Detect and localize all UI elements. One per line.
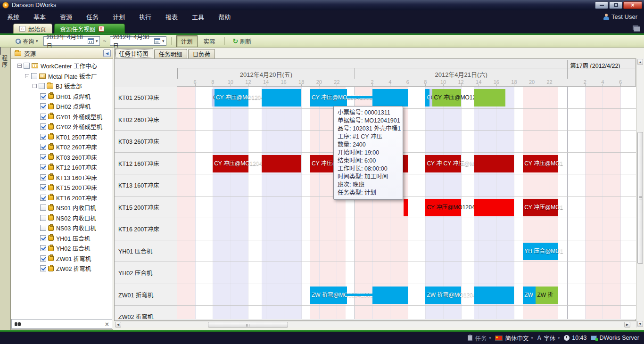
tree-node[interactable]: GY02 外桶成型机 xyxy=(11,122,113,132)
user-box[interactable]: Test User xyxy=(603,13,644,20)
task-bar[interactable] xyxy=(474,89,505,106)
tree-node[interactable]: KT02 260T冲床 xyxy=(11,142,113,152)
horizontal-scrollbar[interactable]: ◀ ▶ xyxy=(115,321,637,328)
tree-checkbox[interactable] xyxy=(40,144,46,150)
tree-checkbox[interactable] xyxy=(40,174,46,180)
tree-node[interactable]: NS03 内收口机 xyxy=(11,223,113,233)
task-bar[interactable] xyxy=(347,294,372,296)
scroll-up-icon[interactable]: ▲ xyxy=(637,59,643,65)
status-item-font[interactable]: A字体▾ xyxy=(537,334,560,343)
menu-item-资源[interactable]: 资源 xyxy=(53,12,79,21)
query-button[interactable]: 查询 ▾ xyxy=(12,36,41,47)
tree-checkbox[interactable] xyxy=(40,154,46,160)
tree-node[interactable]: DH01 点焊机 xyxy=(11,91,113,102)
calendar-icon[interactable] xyxy=(154,38,160,44)
tree-checkbox[interactable] xyxy=(40,103,46,109)
dropdown-icon[interactable]: ▾ xyxy=(558,336,560,340)
task-bar[interactable]: CY 冲压@MO1 xyxy=(523,155,558,172)
tree-node[interactable]: YH02 压合机 xyxy=(11,243,113,254)
tree-node[interactable]: KT16 200T冲床 xyxy=(11,193,113,203)
task-bar[interactable]: CY 冲压@MO12041903 xyxy=(425,199,461,216)
task-bar[interactable]: ZW 折 xyxy=(536,287,558,304)
tree-node[interactable]: NS01 内收口机 xyxy=(11,203,113,213)
tree-node[interactable]: YH01 压合机 xyxy=(11,233,113,244)
tree-checkbox[interactable] xyxy=(40,93,46,99)
tree-checkbox[interactable] xyxy=(40,184,46,190)
query-dropdown-icon[interactable]: ▾ xyxy=(36,39,38,43)
task-bar[interactable]: ZW 折弯@MO12041901 xyxy=(310,287,347,304)
date-to-field[interactable]: 2012年 4月30日 ▾ xyxy=(110,36,166,46)
tree-node[interactable]: WorkCenter 工作中心 xyxy=(11,61,113,71)
menu-item-系统[interactable]: 系统 xyxy=(0,12,26,21)
vertical-scroll-thumb[interactable] xyxy=(637,132,643,264)
date-to-dropdown-icon[interactable]: ▾ xyxy=(162,39,165,43)
task-bar[interactable]: ZW xyxy=(523,287,536,304)
task-bar[interactable]: CY 冲压@MO12041904 xyxy=(213,155,248,172)
tree-checkbox[interactable] xyxy=(40,235,46,241)
tree-node[interactable]: NS02 内收口机 xyxy=(11,213,113,223)
menu-item-计划[interactable]: 计划 xyxy=(106,12,132,21)
menu-item-报表[interactable]: 报表 xyxy=(158,12,185,21)
tree-node[interactable]: KT15 200T冲床 xyxy=(11,182,113,193)
tree-checkbox[interactable] xyxy=(40,205,46,211)
tree-expand-toggle[interactable] xyxy=(17,64,22,68)
task-bar[interactable] xyxy=(262,155,302,172)
dropdown-icon[interactable]: ▾ xyxy=(489,336,491,340)
actual-toggle-button[interactable]: 实际 xyxy=(199,36,220,47)
tree-expand-toggle[interactable] xyxy=(25,74,29,78)
task-bar[interactable]: CY 冲压@MO12041901 xyxy=(215,89,248,106)
view-tab-任务明细[interactable]: 任务明细 xyxy=(154,49,187,58)
tree-node[interactable]: Metal Plate 钣金厂 xyxy=(11,71,113,82)
menu-item-帮助[interactable]: 帮助 xyxy=(211,12,238,21)
status-item-clipboard[interactable]: 任务▾ xyxy=(468,334,491,343)
task-bar[interactable]: YH 压合@MO1 xyxy=(523,243,558,260)
task-bar[interactable] xyxy=(347,96,372,98)
tree-checkbox[interactable] xyxy=(40,195,46,201)
task-bar[interactable]: CY 冲压@MO1 xyxy=(523,199,558,216)
close-button[interactable]: × xyxy=(623,1,642,9)
date-from-field[interactable]: 2012年 4月18日 ▾ xyxy=(43,36,100,46)
tree-node[interactable]: KT01 250T冲床 xyxy=(11,132,113,142)
tree-checkbox[interactable] xyxy=(40,265,46,271)
collapsed-panel-strip[interactable]: 程序 xyxy=(0,48,10,330)
find-icon[interactable] xyxy=(15,322,21,326)
status-item-server[interactable]: DWorks Server xyxy=(591,335,639,341)
tree-node[interactable]: ZW01 折弯机 xyxy=(11,254,113,264)
tree-node[interactable]: KT13 160T冲床 xyxy=(11,172,113,183)
restore-button[interactable] xyxy=(609,1,622,9)
status-item-flag[interactable]: 简体中文▾ xyxy=(495,334,533,343)
collapse-panel-button[interactable]: ◀ xyxy=(103,49,111,57)
refresh-button[interactable]: ↻ 刷新 xyxy=(230,36,255,47)
horizontal-scroll-thumb[interactable] xyxy=(208,322,288,328)
tree-checkbox[interactable] xyxy=(40,134,46,140)
vertical-scrollbar[interactable]: ▲ ▼ xyxy=(636,58,644,328)
menu-item-执行[interactable]: 执行 xyxy=(132,12,158,21)
tree-checkbox[interactable] xyxy=(40,255,46,262)
task-bar[interactable] xyxy=(404,199,407,216)
tree-checkbox[interactable] xyxy=(40,225,46,231)
tab-close-icon[interactable]: × xyxy=(99,26,104,32)
tree-checkbox[interactable] xyxy=(40,215,46,221)
status-item-clock[interactable]: 10:43 xyxy=(564,335,586,341)
tree-checkbox[interactable] xyxy=(40,164,46,170)
tree-node[interactable]: KT03 260T冲床 xyxy=(11,152,113,163)
task-bar[interactable] xyxy=(474,199,514,216)
calendar-icon[interactable] xyxy=(88,38,94,44)
menu-item-基本[interactable]: 基本 xyxy=(26,12,53,21)
tree-node[interactable]: KT12 160T冲床 xyxy=(11,162,113,172)
tree-node[interactable]: DH02 点焊机 xyxy=(11,101,113,112)
tree-checkbox[interactable] xyxy=(31,73,37,79)
task-bar[interactable] xyxy=(262,89,302,106)
dropdown-icon[interactable]: ▾ xyxy=(531,336,533,340)
task-bar[interactable]: ZW 折弯@MO12041901 xyxy=(425,287,461,304)
tree-node[interactable]: GY01 外桶成型机 xyxy=(11,112,113,122)
task-bar[interactable]: CY 冲压@MO12041901 xyxy=(310,89,347,106)
tree-node[interactable]: ZW02 折弯机 xyxy=(11,263,113,274)
task-bar[interactable] xyxy=(372,89,408,106)
task-bar[interactable]: C xyxy=(425,89,429,106)
view-tab-任务甘特图[interactable]: 任务甘特图 xyxy=(114,48,153,58)
task-bar[interactable]: C xyxy=(429,89,433,106)
view-tab-日负荷[interactable]: 日负荷 xyxy=(188,49,215,58)
tree-checkbox[interactable] xyxy=(39,83,45,89)
task-bar[interactable]: CY 冲压@MO12041902 xyxy=(432,89,461,106)
